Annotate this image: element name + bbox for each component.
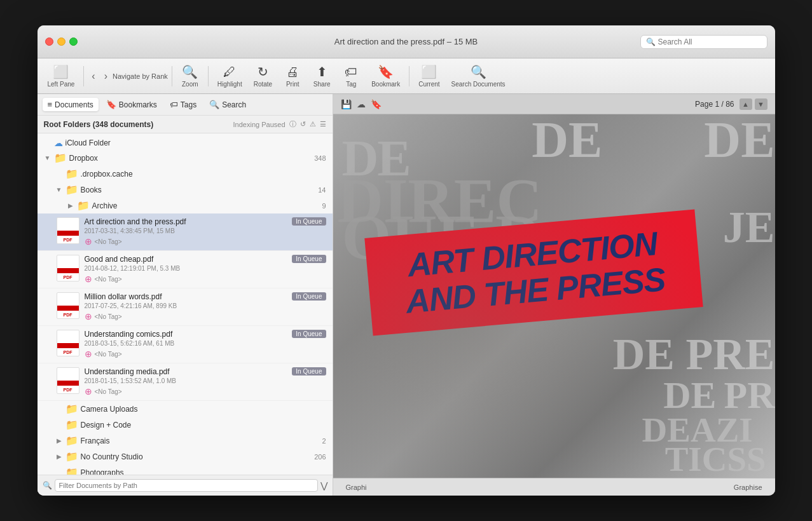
navigate-forward-button[interactable]: › <box>100 68 111 85</box>
filter-input[interactable] <box>55 479 318 492</box>
filter-funnel-icon[interactable]: ⋁ <box>320 480 327 491</box>
file-item-understanding-media[interactable]: Understanding media.pdf 2018-01-15, 1:53… <box>38 363 333 401</box>
file-item-million-dollar[interactable]: Million dollar words.pdf 2017-07-25, 4:2… <box>38 288 333 326</box>
art-direction-thumb <box>57 217 79 244</box>
share-icon: ⬆ <box>317 64 327 79</box>
icloud-label: iCloud Folder <box>65 139 326 147</box>
titlebar: Art direction and the press.pdf – 15 MB … <box>38 25 775 58</box>
good-cheap-tag-label: <No Tag> <box>95 276 122 283</box>
pdf-content: DE DE DE DIREC QUE D JE LA DIREC DE PRE … <box>333 114 775 478</box>
menu-icon[interactable]: ☰ <box>320 120 326 128</box>
bookmark-label: Bookmark <box>371 81 400 88</box>
tab-documents[interactable]: ≡ Documents <box>43 98 99 111</box>
print-icon: 🖨 <box>286 65 299 79</box>
rotate-icon: ↻ <box>258 64 268 79</box>
left-pane-icon: ⬜ <box>53 64 69 79</box>
file-item-art-direction[interactable]: Art direction and the press.pdf 2017-03-… <box>38 213 333 251</box>
tree-item-no-country-studio[interactable]: ▶ 📁 No Country Studio 206 <box>38 449 333 464</box>
tree-item-francais[interactable]: ▶ 📁 Français 2 <box>38 433 333 449</box>
navigate-label: Navigate by Rank <box>113 72 168 80</box>
bookmark-button[interactable]: 🔖 Bookmark <box>366 62 405 90</box>
tree-item-books[interactable]: ▼ 📁 Books 14 <box>38 182 333 198</box>
pdf-toolbar-icons: 💾 ☁ 🔖 <box>341 99 382 109</box>
print-button[interactable]: 🖨 Print <box>279 62 306 90</box>
minimize-button[interactable] <box>57 37 65 46</box>
tree-item-icloud[interactable]: ☁ iCloud Folder <box>38 136 333 150</box>
tab-tags[interactable]: 🏷 Tags <box>165 98 202 111</box>
pdf-bookmark-icon[interactable]: 🔖 <box>371 99 382 109</box>
filter-search-icon: 🔍 <box>43 481 52 490</box>
photographs-label: Photographs <box>81 468 326 475</box>
no-country-count: 206 <box>314 453 326 461</box>
dropbox-label: Dropbox <box>69 154 312 163</box>
tree-item-dropbox-cache[interactable]: 📁 .dropbox.cache <box>38 166 333 182</box>
highlight-icon: 🖊 <box>223 65 236 79</box>
pdf-bottom-right: Graphise <box>734 484 762 491</box>
tag-icon: 🏷 <box>345 65 357 79</box>
documents-tab-icon: ≡ <box>48 100 53 109</box>
francais-count: 2 <box>322 437 326 445</box>
search-all-input[interactable] <box>658 37 762 46</box>
good-cheap-name: Good and cheap.pdf <box>85 255 287 264</box>
search-tab-label: Search <box>222 100 246 109</box>
left-pane-label: Left Pane <box>48 81 75 88</box>
tab-search[interactable]: 🔍 Search <box>204 98 251 111</box>
understanding-comics-tag-add[interactable]: ⊕ <box>85 349 92 359</box>
pdf-save-icon[interactable]: 💾 <box>341 99 352 109</box>
understanding-media-thumb <box>57 367 79 394</box>
chevron-francais: ▶ <box>55 437 63 444</box>
understanding-media-tag-add[interactable]: ⊕ <box>85 386 92 396</box>
art-direction-badge: In Queue <box>292 217 326 226</box>
understanding-comics-name: Understanding comics.pdf <box>85 330 287 339</box>
file-item-good-cheap[interactable]: Good and cheap.pdf 2014-08-12, 12:19:01 … <box>38 251 333 288</box>
search-documents-button[interactable]: 🔍 Search Documents <box>446 62 511 90</box>
cache-label: .dropbox.cache <box>81 170 326 179</box>
rotate-button[interactable]: ↻ Rotate <box>249 62 277 90</box>
tab-bookmarks[interactable]: 🔖 Bookmarks <box>101 98 162 111</box>
current-view-button[interactable]: ⬜ Current <box>413 62 444 90</box>
no-country-label: No Country Studio <box>81 452 312 461</box>
pdf-prev-page-button[interactable]: ▲ <box>740 98 752 110</box>
main-content: ≡ Documents 🔖 Bookmarks 🏷 Tags 🔍 Search <box>38 94 775 496</box>
search-tab-icon: 🔍 <box>209 100 219 109</box>
tree-item-photographs[interactable]: 📁 Photographs <box>38 464 333 475</box>
close-button[interactable] <box>45 37 53 46</box>
chevron-archive: ▶ <box>67 202 74 209</box>
search-all-box[interactable]: 🔍 <box>640 35 767 49</box>
tree-item-camera-uploads[interactable]: 📁 Camera Uploads <box>38 401 333 417</box>
good-cheap-tag-add[interactable]: ⊕ <box>85 274 92 284</box>
maximize-button[interactable] <box>69 37 78 46</box>
tag-button[interactable]: 🏷 Tag <box>337 62 365 90</box>
books-count: 14 <box>318 186 326 194</box>
million-dollar-tags: ⊕ <No Tag> <box>85 311 287 321</box>
design-folder-icon: 📁 <box>65 419 78 431</box>
info-icon[interactable]: ⓘ <box>289 119 296 129</box>
pdf-cloud-icon[interactable]: ☁ <box>357 99 366 109</box>
left-pane-button[interactable]: ⬜ Left Pane <box>43 62 80 90</box>
good-cheap-badge: In Queue <box>292 255 326 263</box>
understanding-comics-tag-label: <No Tag> <box>95 351 122 358</box>
file-item-understanding-comics[interactable]: Understanding comics.pdf 2018-03-15, 5:6… <box>38 326 333 363</box>
tree-item-dropbox[interactable]: ▼ 📁 Dropbox 348 <box>38 150 333 166</box>
share-button[interactable]: ⬆ Share <box>308 62 336 90</box>
separator-3 <box>208 66 209 86</box>
understanding-comics-thumb <box>57 330 79 356</box>
tree-item-design-code[interactable]: 📁 Design + Code <box>38 417 333 433</box>
highlight-button[interactable]: 🖊 Highlight <box>212 62 247 90</box>
pdf-next-page-button[interactable]: ▼ <box>755 98 767 110</box>
zoom-button[interactable]: 🔍 Zoom <box>176 62 204 90</box>
sidebar-header: Root Folders (348 documents) Indexing Pa… <box>38 116 333 133</box>
refresh-icon[interactable]: ↺ <box>300 120 306 128</box>
sidebar-tree: ☁ iCloud Folder ▼ 📁 Dropbox 348 📁 .dropb… <box>38 133 333 475</box>
art-direction-tag-add[interactable]: ⊕ <box>85 236 92 247</box>
navigate-back-button[interactable]: ‹ <box>88 68 99 85</box>
million-dollar-tag-add[interactable]: ⊕ <box>85 311 92 321</box>
million-dollar-thumb <box>57 292 79 319</box>
pdf-page: DE DE DE DIREC QUE D JE LA DIREC DE PRE … <box>333 114 775 478</box>
separator-1 <box>83 66 84 86</box>
pdf-toolbar: 💾 ☁ 🔖 Page 1 / 86 ▲ ▼ <box>333 94 775 114</box>
pdf-bottom-bar: Graphi Graphise <box>333 478 775 496</box>
tree-item-archive[interactable]: ▶ 📁 Archive 9 <box>38 198 333 213</box>
tags-tab-icon: 🏷 <box>170 100 178 109</box>
warning-icon: ⚠ <box>310 120 316 128</box>
